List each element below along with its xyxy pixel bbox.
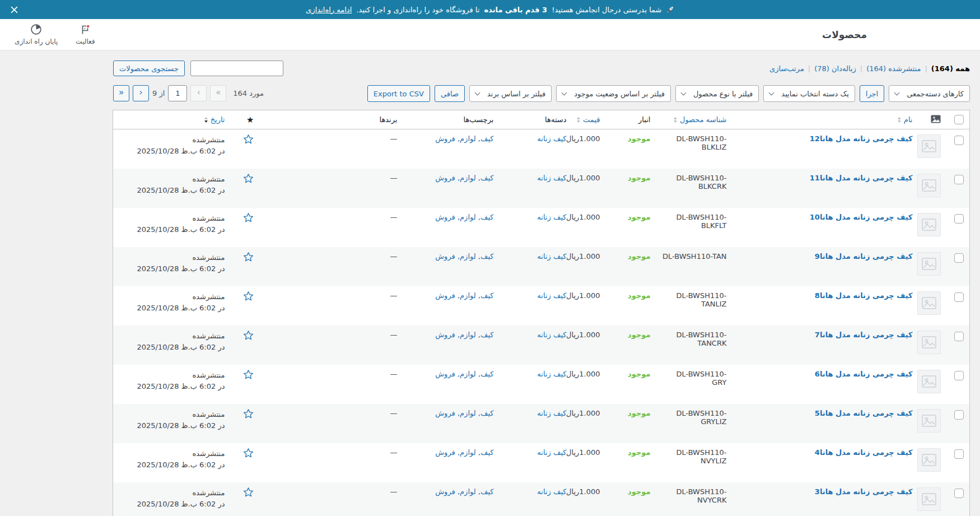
product-thumbnail[interactable] bbox=[917, 291, 941, 315]
tag-links[interactable]: کیف, لوازم, فروش bbox=[435, 448, 493, 457]
category-link[interactable]: کیف زنانه bbox=[537, 487, 566, 496]
category-link[interactable]: کیف زنانه bbox=[537, 409, 566, 417]
product-name-link[interactable]: کیف چرمی زنانه مدل هانا7 bbox=[815, 331, 913, 339]
select-all-header[interactable] bbox=[946, 110, 970, 129]
row-select-checkbox[interactable] bbox=[954, 253, 964, 263]
filter-button[interactable]: صافی bbox=[435, 85, 465, 102]
column-header-name[interactable]: نام bbox=[732, 110, 918, 129]
product-name-link[interactable]: کیف چرمی زنانه مدل هانا9 bbox=[815, 252, 913, 261]
sort-link-price[interactable]: قیمت bbox=[574, 115, 600, 124]
row-select-checkbox[interactable] bbox=[954, 292, 964, 302]
row-select-checkbox[interactable] bbox=[954, 136, 964, 145]
status-filter-link[interactable]: مرتب‌سازی bbox=[769, 64, 804, 73]
brand-filter-select[interactable]: فیلتر بر اساس برند bbox=[469, 85, 552, 102]
row-select-checkbox[interactable] bbox=[954, 489, 964, 498]
tag-links[interactable]: کیف, لوازم, فروش bbox=[435, 487, 493, 496]
category-link[interactable]: کیف زنانه bbox=[537, 134, 566, 143]
search-input[interactable] bbox=[190, 61, 283, 76]
cell-price: 1.000ریال bbox=[572, 443, 606, 482]
toggle-featured-button[interactable] bbox=[242, 173, 254, 186]
row-select-checkbox[interactable] bbox=[954, 449, 964, 459]
tag-links[interactable]: کیف, لوازم, فروش bbox=[435, 252, 493, 261]
category-filter-select[interactable]: یک دسته انتخاب نمایید bbox=[763, 85, 855, 102]
toggle-featured-button[interactable] bbox=[242, 329, 254, 343]
category-link[interactable]: کیف زنانه bbox=[537, 370, 566, 378]
category-link[interactable]: کیف زنانه bbox=[537, 252, 566, 261]
toggle-featured-button[interactable] bbox=[242, 447, 254, 461]
tag-links[interactable]: کیف, لوازم, فروش bbox=[435, 331, 493, 339]
product-thumbnail[interactable] bbox=[917, 213, 941, 236]
product-thumbnail[interactable] bbox=[917, 487, 941, 511]
tag-links[interactable]: کیف, لوازم, فروش bbox=[435, 174, 493, 182]
tag-links[interactable]: کیف, لوازم, فروش bbox=[435, 370, 493, 378]
export-csv-button[interactable]: Export to CSV bbox=[367, 85, 430, 102]
search-products-button[interactable]: جستجوی محصولات bbox=[113, 61, 185, 76]
tag-links[interactable]: کیف, لوازم, فروش bbox=[435, 291, 493, 300]
product-name-link[interactable]: کیف چرمی زنانه مدل هانا3 bbox=[815, 487, 913, 496]
close-banner-button[interactable] bbox=[4, 0, 24, 19]
product-type-filter-select[interactable]: فیلتر با نوع محصول bbox=[675, 85, 759, 102]
product-name-link[interactable]: کیف چرمی زنانه مدل هانا12 bbox=[810, 134, 913, 143]
toggle-featured-button[interactable] bbox=[242, 133, 254, 147]
tag-links[interactable]: کیف, لوازم, فروش bbox=[435, 409, 493, 417]
apply-button[interactable]: اجرا bbox=[860, 85, 884, 102]
cell-thumbnail bbox=[918, 129, 946, 169]
last-page-button[interactable]: « bbox=[113, 85, 129, 101]
status-filter-link[interactable]: زباله‌دان (78) bbox=[814, 64, 856, 73]
category-link[interactable]: کیف زنانه bbox=[537, 174, 566, 182]
tag-links[interactable]: کیف, لوازم, فروش bbox=[435, 134, 493, 143]
sort-link-date[interactable]: تاریخ bbox=[202, 115, 225, 124]
product-name-link[interactable]: کیف چرمی زنانه مدل هانا8 bbox=[815, 291, 913, 300]
tag-links[interactable]: کیف, لوازم, فروش bbox=[435, 213, 493, 221]
row-select-checkbox[interactable] bbox=[954, 371, 964, 380]
row-select-checkbox[interactable] bbox=[954, 410, 964, 420]
product-name-link[interactable]: کیف چرمی زنانه مدل هانا10 bbox=[810, 213, 913, 221]
product-thumbnail[interactable] bbox=[917, 252, 941, 276]
product-sku: DL-BWSH110-NVYCRK bbox=[676, 487, 726, 504]
toggle-featured-button[interactable] bbox=[242, 408, 254, 421]
status-filter-link[interactable]: همه (164) bbox=[931, 64, 970, 73]
current-page-input[interactable] bbox=[168, 85, 187, 101]
banner-text-after: تا فروشگاه خود را راه‌اندازی و اجرا کنید… bbox=[356, 6, 479, 14]
product-name-link[interactable]: کیف چرمی زنانه مدل هانا4 bbox=[815, 448, 913, 457]
product-thumbnail[interactable] bbox=[917, 134, 941, 158]
product-thumbnail[interactable] bbox=[917, 409, 941, 433]
product-name-link[interactable]: کیف چرمی زنانه مدل هانا5 bbox=[815, 409, 913, 417]
stock-status-filter-select[interactable]: فیلتر بر اساس وضعیت موجود bbox=[556, 85, 671, 102]
sort-link-sku[interactable]: شناسه محصول bbox=[671, 115, 727, 124]
cell-brands: — bbox=[260, 404, 403, 443]
product-sku: DL-BWSH110-TAN bbox=[662, 252, 726, 261]
sort-link-name[interactable]: نام bbox=[895, 115, 913, 124]
cell-name: کیف چرمی زنانه مدل هانا5 bbox=[732, 404, 918, 443]
product-thumbnail[interactable] bbox=[917, 331, 941, 354]
toggle-featured-button[interactable] bbox=[242, 290, 254, 304]
category-link[interactable]: کیف زنانه bbox=[537, 291, 566, 300]
row-select-checkbox[interactable] bbox=[954, 214, 964, 224]
status-filter-link[interactable]: منتشرشده (164) bbox=[866, 64, 921, 73]
products-admin-page: شما بدرستی درحال انجامش هستید! 3 قدم باق… bbox=[0, 0, 980, 516]
activity-button[interactable]: فعالیت bbox=[67, 24, 104, 45]
product-name-link[interactable]: کیف چرمی زنانه مدل هانا6 bbox=[815, 370, 913, 378]
category-link[interactable]: کیف زنانه bbox=[537, 331, 566, 339]
select-all-checkbox[interactable] bbox=[954, 115, 964, 124]
cell-date: منتشرشده2025/10/28 در 6:02 ب.ظ bbox=[113, 482, 231, 516]
column-header-sku[interactable]: شناسه محصول bbox=[656, 110, 732, 129]
product-thumbnail[interactable] bbox=[917, 370, 941, 393]
next-page-button[interactable]: ‹ bbox=[133, 85, 149, 101]
product-name-link[interactable]: کیف چرمی زنانه مدل هانا11 bbox=[810, 174, 913, 182]
finish-setup-button[interactable]: پایان راه اندازی bbox=[6, 24, 67, 45]
toggle-featured-button[interactable] bbox=[242, 251, 254, 264]
product-thumbnail[interactable] bbox=[917, 174, 941, 197]
product-thumbnail[interactable] bbox=[917, 448, 941, 472]
toggle-featured-button[interactable] bbox=[242, 486, 254, 500]
row-select-checkbox[interactable] bbox=[954, 332, 964, 341]
toggle-featured-button[interactable] bbox=[242, 212, 254, 225]
toggle-featured-button[interactable] bbox=[242, 369, 254, 382]
category-link[interactable]: کیف زنانه bbox=[537, 448, 566, 457]
category-link[interactable]: کیف زنانه bbox=[537, 213, 566, 221]
row-select-checkbox[interactable] bbox=[954, 175, 964, 184]
column-header-price[interactable]: قیمت bbox=[572, 110, 606, 129]
column-header-date[interactable]: تاریخ bbox=[113, 110, 231, 129]
bulk-actions-select[interactable]: کارهای دسته‌جمعی bbox=[889, 85, 970, 102]
continue-setup-link[interactable]: ادامه راه‌اندازی bbox=[306, 6, 352, 14]
